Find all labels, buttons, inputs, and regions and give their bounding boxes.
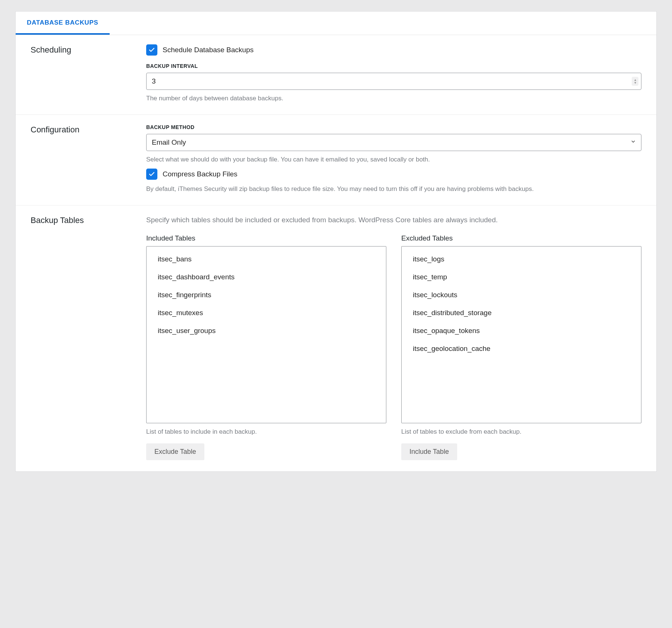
list-item[interactable]: itsec_user_groups xyxy=(147,322,386,340)
section-body-configuration: BACKUP METHOD Email Only Select what we … xyxy=(146,124,641,194)
backup-method-help: Select what we should do with your backu… xyxy=(146,155,641,164)
schedule-backups-row: Schedule Database Backups xyxy=(146,44,641,56)
list-item[interactable]: itsec_logs xyxy=(402,250,641,268)
included-tables-listbox[interactable]: itsec_bansitsec_dashboard_eventsitsec_fi… xyxy=(146,246,386,423)
backup-method-label: BACKUP METHOD xyxy=(146,124,641,130)
section-scheduling: Scheduling Schedule Database Backups BAC… xyxy=(16,35,656,115)
included-tables-heading: Included Tables xyxy=(146,234,386,242)
list-item[interactable]: itsec_temp xyxy=(402,268,641,286)
backup-interval-wrap: ▴▾ xyxy=(146,73,641,90)
list-item[interactable]: itsec_opaque_tokens xyxy=(402,322,641,340)
tab-database-backups[interactable]: DATABASE BACKUPS xyxy=(16,12,110,35)
section-body-scheduling: Schedule Database Backups BACKUP INTERVA… xyxy=(146,44,641,103)
backup-interval-input[interactable] xyxy=(146,73,641,90)
checkmark-icon xyxy=(148,171,155,178)
included-tables-help: List of tables to include in each backup… xyxy=(146,427,386,437)
section-configuration: Configuration BACKUP METHOD Email Only S… xyxy=(16,115,656,205)
list-item[interactable]: itsec_dashboard_events xyxy=(147,268,386,286)
compress-backup-help: By default, iThemes Security will zip ba… xyxy=(146,184,641,194)
tab-bar: DATABASE BACKUPS xyxy=(16,12,656,35)
section-body-backup-tables: Specify which tables should be included … xyxy=(146,215,641,460)
included-tables-col: Included Tables itsec_bansitsec_dashboar… xyxy=(146,234,386,460)
section-title-configuration: Configuration xyxy=(31,124,146,194)
backup-interval-help: The number of days between database back… xyxy=(146,94,641,103)
compress-backup-checkbox[interactable] xyxy=(146,169,157,180)
include-table-button[interactable]: Include Table xyxy=(401,443,457,460)
list-item[interactable]: itsec_mutexes xyxy=(147,304,386,322)
settings-panel: DATABASE BACKUPS Scheduling Schedule Dat… xyxy=(15,11,657,472)
backup-tables-intro: Specify which tables should be included … xyxy=(146,215,641,226)
excluded-tables-help: List of tables to exclude from each back… xyxy=(401,427,641,437)
backup-method-wrap: Email Only xyxy=(146,134,641,151)
compress-backup-row: Compress Backup Files xyxy=(146,169,641,180)
section-title-scheduling: Scheduling xyxy=(31,44,146,103)
section-backup-tables: Backup Tables Specify which tables shoul… xyxy=(16,205,656,471)
list-item[interactable]: itsec_geolocation_cache xyxy=(402,340,641,358)
list-item[interactable]: itsec_fingerprints xyxy=(147,286,386,304)
schedule-backups-checkbox[interactable] xyxy=(146,44,157,56)
list-item[interactable]: itsec_lockouts xyxy=(402,286,641,304)
excluded-tables-heading: Excluded Tables xyxy=(401,234,641,242)
backup-method-select[interactable]: Email Only xyxy=(146,134,641,151)
tables-row: Included Tables itsec_bansitsec_dashboar… xyxy=(146,234,641,460)
backup-interval-label: BACKUP INTERVAL xyxy=(146,63,641,69)
exclude-table-button[interactable]: Exclude Table xyxy=(146,443,204,460)
list-item[interactable]: itsec_distributed_storage xyxy=(402,304,641,322)
excluded-tables-col: Excluded Tables itsec_logsitsec_tempitse… xyxy=(401,234,641,460)
checkmark-icon xyxy=(148,47,155,53)
schedule-backups-label: Schedule Database Backups xyxy=(163,46,254,54)
excluded-tables-listbox[interactable]: itsec_logsitsec_tempitsec_lockoutsitsec_… xyxy=(401,246,641,423)
compress-backup-label: Compress Backup Files xyxy=(163,170,238,178)
section-title-backup-tables: Backup Tables xyxy=(31,215,146,460)
list-item[interactable]: itsec_bans xyxy=(147,250,386,268)
number-stepper-icon[interactable]: ▴▾ xyxy=(632,77,638,86)
